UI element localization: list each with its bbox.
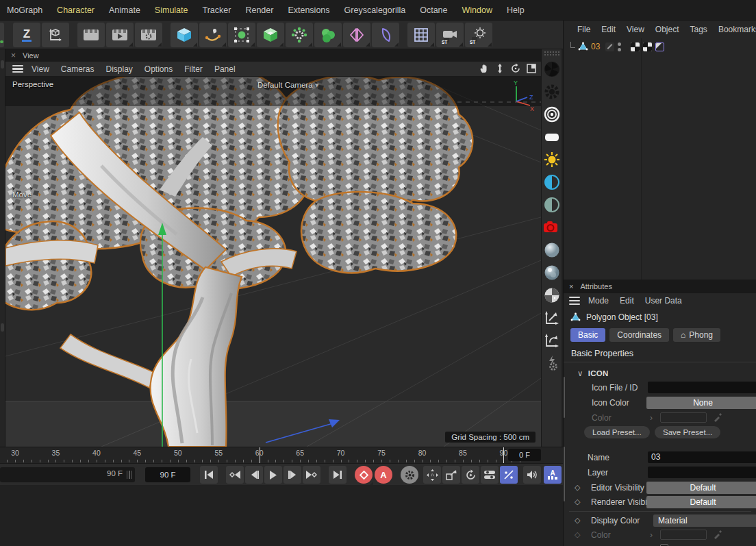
menu-animate[interactable]: Animate	[109, 5, 140, 15]
play-button[interactable]	[264, 466, 282, 484]
close-icon[interactable]: ×	[569, 282, 573, 290]
menu-greyscalegorilla[interactable]: Greyscalegorilla	[344, 5, 406, 15]
current-frame-field[interactable]: 90 F	[145, 467, 190, 482]
menu-tracker[interactable]: Tracker	[203, 5, 231, 15]
menu-render[interactable]: Render	[245, 5, 273, 15]
glossy-material-icon[interactable]	[543, 264, 561, 282]
null-object-button[interactable]	[228, 23, 255, 47]
go-to-end-button[interactable]	[329, 466, 346, 484]
sound-button[interactable]	[523, 466, 541, 484]
visibility-dots[interactable]	[618, 42, 621, 51]
menu-character[interactable]: Character	[57, 5, 94, 15]
key-rotation-button[interactable]	[462, 466, 479, 484]
live-update-icon[interactable]	[543, 354, 561, 372]
viewport-menu-panel[interactable]: Panel	[214, 64, 236, 74]
array-grid-button[interactable]	[407, 23, 435, 47]
attr-menu-edit[interactable]: Edit	[620, 296, 634, 306]
viewport-menu-display[interactable]: Display	[105, 64, 132, 74]
viewport-menu-view[interactable]: View	[32, 64, 49, 74]
previous-key-button[interactable]	[226, 466, 244, 484]
timeline-marker-90[interactable]	[503, 447, 504, 464]
load-preset-button[interactable]: Load Preset...	[584, 426, 650, 438]
edit-toggle-icon[interactable]	[605, 42, 614, 51]
timeline-ruler[interactable]: 30354045505560657075808590 0 F	[0, 447, 563, 463]
hamburger-icon[interactable]	[569, 297, 580, 305]
icon-group-header[interactable]: ∨ICON	[564, 362, 756, 380]
hamburger-icon[interactable]	[12, 65, 23, 73]
save-preset-button[interactable]: Save Preset...	[655, 426, 720, 438]
tab-basic[interactable]: Basic	[570, 328, 605, 342]
projection-label[interactable]: Perspective	[12, 80, 53, 88]
bend-deformer-button[interactable]	[372, 23, 399, 47]
key-position-button[interactable]	[423, 466, 441, 484]
menu-extensions[interactable]: Extensions	[288, 5, 329, 15]
metaball-button[interactable]	[314, 23, 342, 47]
menu-window[interactable]: Window	[462, 5, 492, 15]
coordinate-system-button[interactable]	[42, 23, 69, 47]
generator-cube-button[interactable]	[257, 23, 284, 47]
next-key-button[interactable]	[303, 466, 320, 484]
object-name[interactable]: 03	[591, 42, 600, 51]
uvw-tag-icon[interactable]	[655, 42, 664, 51]
object-row[interactable]: 03	[564, 40, 756, 53]
texture-tag-icon[interactable]	[631, 42, 640, 51]
icon-color-dropdown[interactable]: None	[646, 397, 756, 409]
editor-visibility-dropdown[interactable]: Default	[646, 482, 756, 494]
diffuse-material-icon[interactable]	[543, 241, 561, 259]
viewport-tab-label[interactable]: View	[23, 51, 39, 60]
menu-octane[interactable]: Octane	[420, 5, 447, 15]
octane-camera-icon[interactable]	[543, 219, 561, 236]
camera-selector[interactable]: Default Camera ▾	[257, 80, 319, 90]
menu-help[interactable]: Help	[507, 5, 525, 15]
symmetry-button[interactable]	[343, 23, 370, 47]
timeline-marker-60[interactable]	[260, 447, 260, 464]
om-menu-file[interactable]: File	[577, 25, 590, 34]
viewport-canvas[interactable]: Y Z X Perspective Default Camera ▾ Move …	[5, 77, 541, 447]
mix-material-icon[interactable]	[543, 286, 561, 304]
keyframe-diamond-icon[interactable]: ◇	[575, 516, 580, 525]
autokey-button[interactable]: A	[375, 466, 392, 484]
keyframe-diamond-icon[interactable]: ◇	[575, 483, 580, 492]
key-pla-button[interactable]	[500, 466, 518, 484]
motion-camera-button[interactable]: ST	[436, 23, 464, 47]
hdri-environment-icon[interactable]	[543, 196, 561, 214]
render-to-picture-viewer-button[interactable]	[106, 23, 134, 47]
close-icon[interactable]: ×	[11, 51, 16, 60]
rotate-view-icon[interactable]	[510, 63, 521, 74]
render-view-button[interactable]	[77, 23, 105, 47]
display-color-dropdown[interactable]: Material	[653, 514, 756, 527]
menu-mograph[interactable]: MoGraph	[7, 5, 42, 15]
area-light-icon[interactable]	[543, 128, 561, 146]
modeling-settings-button[interactable]	[286, 23, 313, 47]
z-axis-lock-button[interactable]: Z	[13, 23, 40, 47]
transform-rotate-icon[interactable]	[543, 332, 561, 349]
menu-simulate[interactable]: Simulate	[155, 5, 188, 15]
om-menu-tags[interactable]: Tags	[690, 25, 707, 34]
viewport-menu-cameras[interactable]: Cameras	[61, 64, 94, 74]
record-keyframe-button[interactable]	[355, 466, 373, 484]
tab-phong[interactable]: ⌂ Phong	[673, 328, 720, 342]
go-to-start-button[interactable]	[200, 466, 218, 484]
om-menu-view[interactable]: View	[627, 25, 644, 34]
next-frame-button[interactable]	[284, 466, 301, 484]
attributes-tab-label[interactable]: Attributes	[580, 282, 612, 290]
spline-pen-button[interactable]	[199, 23, 227, 47]
toolbar-grip[interactable]	[544, 51, 559, 55]
om-menu-object[interactable]: Object	[655, 25, 679, 34]
om-menu-edit[interactable]: Edit	[601, 25, 616, 34]
keying-settings-button[interactable]	[401, 466, 418, 484]
key-parameter-button[interactable]	[481, 466, 499, 484]
toggle-panels-icon[interactable]	[526, 63, 537, 74]
zoom-updown-icon[interactable]	[494, 63, 505, 74]
render-settings-button[interactable]	[135, 23, 162, 47]
range-grip[interactable]	[127, 471, 133, 479]
autokey-selection-button[interactable]: A	[544, 466, 562, 484]
pan-hand-icon[interactable]	[479, 63, 490, 74]
clipped-toolbar-button[interactable]	[0, 23, 4, 47]
timeline-range-slider[interactable]: 90 F	[0, 467, 135, 482]
name-input[interactable]: 03	[648, 451, 756, 463]
render-target-icon[interactable]	[543, 106, 561, 123]
layer-input[interactable]	[648, 467, 756, 478]
renderer-visibility-dropdown[interactable]: Default	[646, 496, 756, 508]
viewport-menu-options[interactable]: Options	[144, 64, 173, 74]
